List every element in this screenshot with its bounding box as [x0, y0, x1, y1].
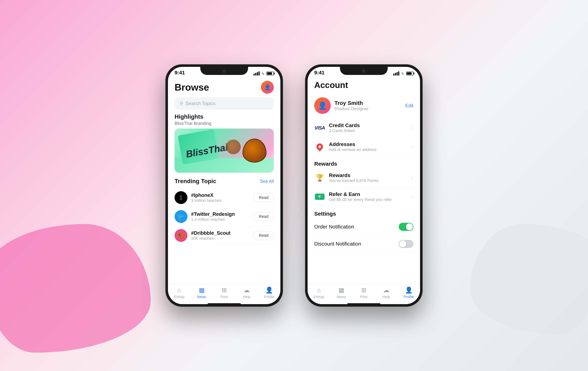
location-icon	[314, 143, 325, 151]
credit-cards-content: Credit Cards 3 Cards linked	[329, 123, 408, 133]
order-notification-toggle[interactable]	[399, 223, 413, 231]
edit-button[interactable]: Edit	[405, 103, 413, 109]
coconut-decoration	[242, 139, 266, 163]
camera-account	[362, 69, 366, 73]
trending-title: Trending Topic	[175, 178, 216, 185]
highlights-sublabel: BlissThai Branding	[168, 121, 280, 129]
chevron-right-icon: ›	[412, 125, 413, 131]
tab-help[interactable]: ☁ Help	[235, 286, 258, 299]
chevron-right-icon-refer: ›	[412, 194, 413, 200]
profile-info: Troy Smith Product Designer	[335, 100, 401, 111]
discount-notification-toggle[interactable]	[399, 240, 413, 248]
tab-label-profile: Profile	[264, 295, 274, 299]
read-button-iphonex[interactable]: Read	[253, 193, 274, 202]
tab-post-account[interactable]: ⊞ Post	[353, 286, 375, 299]
refer-earn-title: Refer & Earn	[329, 191, 408, 197]
tab-post[interactable]: ⊞ Post	[213, 286, 235, 299]
settings-section-title: Settings	[308, 206, 420, 218]
status-icons-browse: ∿	[253, 71, 274, 76]
tab-bar-account: ⌂ Eshop ▦ News ⊞ Post ☁ Help	[308, 284, 420, 304]
tab-label-help-account: Help	[383, 295, 390, 299]
highlight-card[interactable]: BlissThai	[175, 129, 274, 173]
twitter-icon: 🐦	[175, 210, 188, 223]
topic-reach-twitter: 1.4 million reaches	[191, 217, 250, 222]
camera	[222, 69, 226, 73]
refer-earn-item[interactable]: 💵 Refer & Earn Get $5.00 for every frien…	[308, 187, 420, 206]
addresses-subtitle: Add or remove an address	[329, 147, 408, 152]
apple-icon: 	[175, 191, 188, 204]
topic-reach-dribbble: 20K reaches	[191, 236, 250, 241]
background-blob-left	[0, 224, 151, 353]
credit-cards-title: Credit Cards	[329, 123, 408, 128]
post-icon: ⊞	[222, 286, 227, 294]
profile-role: Product Designer	[335, 106, 401, 111]
search-icon: ⚲	[180, 101, 183, 106]
browse-header: Browse 👤	[168, 77, 280, 95]
refer-earn-content: Refer & Earn Get $5.00 for every friend …	[329, 191, 408, 202]
trophy-icon: 🏆	[314, 174, 325, 182]
browse-screen: Browse 👤 ⚲ Search Topics Highlights Blis…	[168, 77, 280, 304]
status-icons-account: ∿	[393, 71, 413, 76]
order-notification-row: Order Notification	[308, 218, 420, 236]
topic-item-iphonex[interactable]:  #IphoneX 3 million reaches Read	[168, 188, 280, 207]
browse-title: Browse	[175, 82, 209, 93]
profile-row[interactable]: 👤 Troy Smith Product Designer Edit	[308, 93, 420, 118]
topic-info-dribbble: #Dribbble_Scout 20K reaches	[191, 230, 250, 241]
tab-help-account[interactable]: ☁ Help	[375, 286, 398, 299]
help-icon-account: ☁	[383, 286, 389, 294]
home-icon-account: ⌂	[317, 287, 321, 294]
search-placeholder-text: Search Topics	[186, 101, 216, 106]
addresses-content: Addresses Add or remove an address	[329, 141, 408, 152]
topic-info-twitter: #Twitter_Redesign 1.4 million reaches	[191, 211, 250, 222]
topic-reach-iphonex: 3 million reaches	[191, 198, 250, 203]
tab-label-news: News	[197, 295, 206, 299]
discount-notification-label: Discount Notification	[314, 241, 361, 247]
tab-label-post-account: Post	[360, 295, 368, 299]
topic-info-iphonex: #IphoneX 3 million reaches	[191, 193, 250, 203]
read-button-twitter[interactable]: Read	[253, 212, 274, 221]
profile-icon: 👤	[265, 286, 273, 294]
rewards-title: Rewards	[329, 173, 408, 178]
highlights-label: Highlights	[168, 113, 280, 121]
battery-icon-account	[406, 72, 413, 75]
wifi-icon-account: ∿	[401, 71, 404, 76]
read-button-dribbble[interactable]: Read	[253, 231, 274, 240]
topic-item-twitter[interactable]: 🐦 #Twitter_Redesign 1.4 million reaches …	[168, 207, 280, 226]
phone-account: 9:41 ∿	[305, 64, 423, 307]
addresses-title: Addresses	[329, 141, 408, 147]
topic-name-twitter: #Twitter_Redesign	[191, 211, 250, 217]
account-screen-content: Account 👤 Troy Smith Product Designer Ed…	[308, 77, 420, 304]
addresses-item[interactable]: Addresses Add or remove an address ›	[308, 137, 420, 156]
visa-icon: VISA	[314, 124, 325, 132]
profile-name: Troy Smith	[335, 100, 401, 106]
rewards-content: Rewards You've Earned 8,876 Points	[329, 173, 408, 183]
account-title: Account	[314, 80, 348, 90]
profile-icon-account: 👤	[405, 286, 413, 294]
help-icon: ☁	[243, 286, 250, 294]
tab-news-account[interactable]: ▦ News	[330, 286, 352, 299]
topic-item-dribbble[interactable]: 🏀 #Dribbble_Scout 20K reaches Read	[168, 226, 280, 245]
phone-account-screen: 9:41 ∿	[308, 67, 420, 304]
search-bar[interactable]: ⚲ Search Topics	[175, 97, 274, 110]
tab-profile-account[interactable]: 👤 Profile	[398, 286, 420, 299]
home-icon: ⌂	[177, 287, 181, 294]
signal-icon-account	[393, 72, 399, 75]
tab-news[interactable]: ▦ News	[190, 286, 213, 299]
see-all-button[interactable]: See All	[260, 179, 274, 184]
status-time-browse: 9:41	[175, 70, 185, 76]
tab-eshop-account[interactable]: ⌂ Eshop	[308, 287, 330, 299]
topic-name-iphonex: #IphoneX	[191, 193, 250, 198]
rewards-section-title: Rewards	[308, 156, 420, 168]
rewards-item[interactable]: 🏆 Rewards You've Earned 8,876 Points ›	[308, 168, 420, 187]
topic-name-dribbble: #Dribbble_Scout	[191, 230, 250, 236]
home-indicator	[208, 303, 241, 305]
phone-browse: 9:41 ∿	[165, 64, 283, 307]
tab-profile[interactable]: 👤 Profile	[258, 286, 280, 299]
trending-header: Trending Topic See All	[168, 178, 280, 185]
status-time-account: 9:41	[314, 70, 325, 76]
user-avatar[interactable]: 👤	[261, 81, 274, 94]
tab-label-profile-account: Profile	[403, 295, 414, 299]
tab-eshop[interactable]: ⌂ Eshop	[168, 287, 190, 299]
dribbble-icon: 🏀	[175, 229, 188, 242]
credit-cards-item[interactable]: VISA Credit Cards 3 Cards linked ›	[308, 118, 420, 137]
